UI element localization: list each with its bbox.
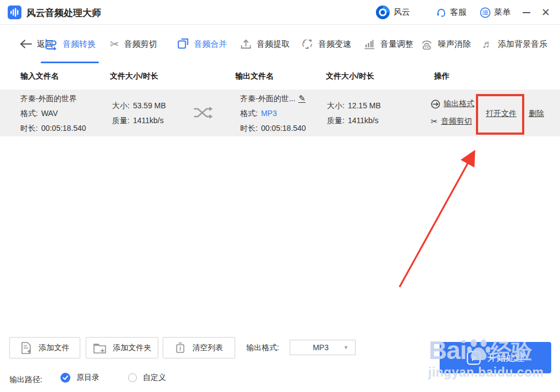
start-processing-label: 开始处理 [487, 351, 525, 364]
open-file-link[interactable]: 打开文件 [486, 109, 517, 119]
arrow-annotation [385, 140, 489, 297]
music-note-icon: ♬ [482, 38, 493, 49]
add-folder-button[interactable]: 添加文件夹 [86, 337, 158, 358]
audio-cut-link[interactable]: ✂ 音频剪切 [431, 113, 474, 130]
col-input-name: 输入文件名 [20, 71, 59, 81]
add-file-button[interactable]: 添加文件 [9, 337, 80, 358]
tab-audio-cut[interactable]: ✂ 音频剪切 [110, 25, 157, 63]
clear-list-label: 清空列表 [192, 343, 223, 353]
input-quality-value: 1411kb/s [133, 113, 164, 128]
menu-button[interactable]: 菜单 [480, 0, 511, 25]
output-file-cell: 齐秦-外面的世... ✎ 格式:MP3 时长:00:05:18.540 [240, 91, 306, 136]
app-logo-icon [8, 5, 21, 19]
output-duration-value: 00:05:18.540 [261, 121, 306, 136]
back-arrow-icon [20, 40, 32, 48]
radio-original-dir[interactable] [60, 373, 70, 383]
scissors-icon: ✂ [110, 38, 119, 49]
col-output-name: 输出文件名 [235, 71, 274, 81]
chevron-down-icon: ▼ [343, 345, 355, 350]
tab-label: 音频变速 [318, 39, 351, 49]
delete-link[interactable]: 删除 [529, 109, 544, 119]
output-format-selected: MP3 [290, 343, 343, 352]
tab-label: 音量调整 [380, 39, 413, 49]
tab-audio-extract[interactable]: 音频提取 [240, 25, 290, 63]
output-file-name: 齐秦-外面的世... [240, 91, 295, 106]
output-size-cell: 大小:12.15 MB 质量:1411kb/s [327, 98, 381, 128]
tab-volume-adjust[interactable]: 音量调整 [364, 25, 413, 63]
output-quality-value: 1411kb/s [348, 113, 379, 128]
title-bar: 风云音频处理大师 风云 客服 [0, 0, 560, 25]
audio-speed-icon [301, 38, 313, 50]
tab-noise-removal[interactable]: 噪声消除 [420, 25, 471, 63]
add-file-label: 添加文件 [39, 343, 70, 353]
input-size-cell: 大小:53.59 MB 质量:1411kb/s [112, 98, 166, 128]
audio-extract-icon [240, 38, 252, 50]
headset-icon [436, 7, 447, 18]
tab-audio-convert[interactable]: 音频转换 [44, 25, 96, 63]
col-input-size: 文件大小/时长 [110, 71, 158, 81]
tab-audio-merge[interactable]: 音频合并 [177, 25, 227, 63]
output-format-link-label: 输出格式 [443, 99, 474, 109]
noise-removal-icon [420, 38, 433, 50]
shuffle-icon [193, 106, 213, 120]
tab-label: 添加背景音乐 [498, 39, 547, 49]
audio-cut-link-label: 音频剪切 [441, 117, 472, 126]
radio-checked-icon [60, 373, 70, 383]
fengyun-logo-icon [375, 5, 390, 20]
tab-audio-speed[interactable]: 音频变速 [301, 25, 351, 63]
minimize-button[interactable] [519, 0, 534, 25]
tab-label: 噪声消除 [438, 39, 471, 49]
audio-merge-icon [177, 38, 189, 50]
add-folder-icon [93, 342, 107, 354]
input-size-value: 53.59 MB [133, 98, 166, 113]
scissors-icon: ✂ [431, 117, 438, 126]
output-format-value[interactable]: MP3 [261, 106, 277, 121]
clear-list-button[interactable]: 清空列表 [163, 337, 235, 358]
edit-name-icon[interactable]: ✎ [298, 95, 306, 103]
brand-button[interactable]: 风云 [375, 0, 410, 25]
format-label: 格式: [240, 106, 258, 121]
close-button[interactable]: ✕ [538, 0, 553, 25]
start-processing-button[interactable]: 开始处理 [440, 342, 551, 373]
table-header: 输入文件名 文件大小/时长 输出文件名 文件大小/时长 操作 [0, 63, 560, 90]
output-format-label: 输出格式: [246, 343, 279, 353]
audio-convert-icon [44, 38, 58, 50]
duration-label: 时长: [20, 121, 38, 136]
volume-adjust-icon [364, 38, 375, 50]
input-file-name: 齐秦-外面的世界 [20, 91, 86, 106]
play-icon [467, 351, 481, 365]
tab-label: 音频转换 [63, 39, 96, 49]
duration-label: 时长: [240, 121, 258, 136]
quality-label: 质量: [327, 113, 345, 128]
output-format-select[interactable]: MP3 ▼ [290, 340, 356, 355]
output-path-label: 输出路径: [9, 375, 42, 385]
input-format-value: WAV [41, 106, 58, 121]
menu-label: 菜单 [494, 7, 511, 18]
radio-custom-dir[interactable] [128, 373, 137, 382]
row-actions: 输出格式 ✂ 音频剪切 [431, 95, 474, 130]
trash-icon [175, 341, 186, 354]
output-path-options: 原目录 自定义 [60, 373, 166, 383]
size-label: 大小: [327, 98, 345, 113]
format-label: 格式: [20, 106, 38, 121]
app-title: 风云音频处理大师 [26, 7, 101, 19]
radio-custom-dir-label[interactable]: 自定义 [143, 373, 166, 383]
quality-label: 质量: [112, 113, 130, 128]
radio-unchecked-icon [128, 373, 137, 382]
tab-add-bgm[interactable]: ♬ 添加背景音乐 [482, 25, 547, 63]
convert-circle-icon [431, 100, 440, 109]
input-file-cell: 齐秦-外面的世界 格式:WAV 时长:00:05:18.540 [20, 91, 86, 136]
tab-label: 音频剪切 [124, 39, 157, 49]
brand-label: 风云 [393, 7, 410, 18]
add-folder-label: 添加文件夹 [113, 343, 152, 353]
minimize-icon [523, 12, 530, 13]
size-label: 大小: [112, 98, 130, 113]
tab-label: 音频提取 [257, 39, 290, 49]
radio-original-dir-label[interactable]: 原目录 [76, 373, 99, 383]
table-row: 齐秦-外面的世界 格式:WAV 时长:00:05:18.540 大小:53.59… [0, 90, 560, 136]
output-format-link[interactable]: 输出格式 [431, 95, 474, 113]
input-duration-value: 00:05:18.540 [41, 121, 86, 136]
support-button[interactable]: 客服 [436, 0, 467, 25]
feature-toolbar: 返回 音频转换 ✂ 音频剪切 音频合并 [0, 25, 560, 63]
support-label: 客服 [450, 7, 467, 18]
